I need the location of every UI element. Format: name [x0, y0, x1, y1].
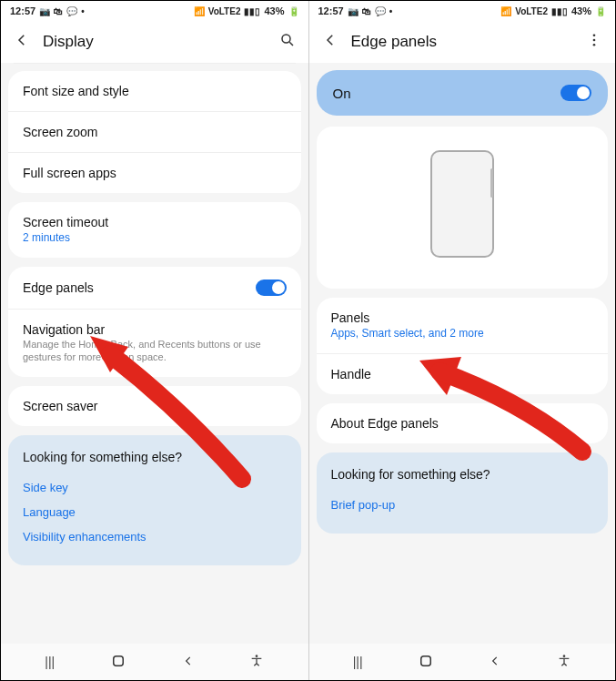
- svg-point-5: [593, 39, 596, 42]
- battery-icon: 🔋: [288, 6, 299, 16]
- looking-for-card: Looking for something else? Brief pop-up: [317, 452, 609, 534]
- label-screen-timeout: Screen timeout: [23, 215, 287, 229]
- wifi-icon: 📶: [500, 6, 511, 16]
- toggle-edge-panels[interactable]: [256, 280, 287, 296]
- right-screen: 12:57 📷 🛍 💬 • 📶 VoLTE2 ▮▮▯ 43% 🔋 Edge pa…: [308, 1, 616, 680]
- looking-for-title: Looking for something else?: [331, 467, 594, 482]
- sub-navigation-bar: Manage the Home, Back, and Recents butto…: [23, 339, 287, 364]
- row-panels[interactable]: Panels Apps, Smart select, and 2 more: [317, 298, 609, 354]
- label-font-size: Font size and style: [23, 84, 287, 98]
- svg-point-2: [256, 655, 258, 657]
- recents-button[interactable]: |||: [45, 655, 55, 669]
- svg-point-0: [282, 35, 290, 43]
- row-about[interactable]: About Edge panels: [317, 403, 609, 443]
- label-about: About Edge panels: [331, 416, 594, 431]
- label-edge-panels: Edge panels: [23, 280, 256, 295]
- status-time: 12:57: [318, 5, 344, 16]
- svg-point-8: [562, 655, 565, 657]
- looking-for-card: Looking for something else? Side key Lan…: [8, 435, 301, 565]
- looking-for-title: Looking for something else?: [23, 450, 287, 464]
- volte-icon: VoLTE2: [208, 6, 241, 16]
- battery-text: 43%: [571, 5, 591, 16]
- recents-button[interactable]: |||: [353, 655, 363, 669]
- accessibility-button[interactable]: [557, 654, 571, 671]
- phone-mock-icon: [430, 150, 494, 258]
- page-title: Edge panels: [351, 33, 572, 51]
- signal-icon: ▮▮▯: [244, 6, 260, 16]
- signal-icon: ▮▮▯: [551, 6, 568, 16]
- more-icon: •: [81, 6, 85, 16]
- nav-bar: |||: [1, 644, 308, 680]
- content-area: On Panels Apps, Smart select, and 2 more…: [309, 70, 616, 644]
- row-font-size[interactable]: Font size and style: [8, 71, 301, 112]
- link-side-key[interactable]: Side key: [23, 475, 287, 500]
- row-navigation-bar[interactable]: Navigation bar Manage the Home, Back, an…: [8, 310, 301, 377]
- row-fullscreen-apps[interactable]: Full screen apps: [8, 153, 301, 193]
- preview-area: [317, 127, 609, 289]
- home-button[interactable]: [418, 653, 434, 672]
- link-visibility[interactable]: Visibility enhancements: [23, 524, 287, 549]
- message-icon: 💬: [375, 6, 386, 16]
- label-handle: Handle: [331, 367, 594, 381]
- nav-bar: |||: [309, 644, 616, 680]
- row-on-toggle[interactable]: On: [317, 70, 609, 116]
- label-screen-saver: Screen saver: [23, 399, 287, 413]
- camera-icon: 📷: [348, 6, 358, 16]
- card-edge-nav: Edge panels Navigation bar Manage the Ho…: [8, 267, 301, 377]
- bag-icon: 🛍: [54, 6, 63, 16]
- label-fullscreen-apps: Full screen apps: [23, 166, 287, 180]
- nav-back-button[interactable]: [182, 655, 195, 670]
- row-handle[interactable]: Handle: [317, 354, 609, 394]
- label-navigation-bar: Navigation bar: [23, 322, 287, 337]
- home-button[interactable]: [110, 653, 126, 672]
- svg-rect-7: [421, 656, 431, 666]
- back-button[interactable]: [322, 32, 338, 52]
- camera-icon: 📷: [39, 6, 50, 16]
- left-screen: 12:57 📷 🛍 💬 • 📶 VoLTE2 ▮▮▯ 43% 🔋 Display…: [1, 1, 308, 680]
- more-icon: •: [389, 6, 393, 16]
- bag-icon: 🛍: [362, 6, 371, 16]
- battery-text: 43%: [264, 5, 284, 16]
- row-edge-panels[interactable]: Edge panels: [8, 267, 301, 310]
- row-screen-zoom[interactable]: Screen zoom: [8, 112, 301, 153]
- card-timeout: Screen timeout 2 minutes: [8, 202, 301, 258]
- wifi-icon: 📶: [194, 6, 205, 16]
- status-bar: 12:57 📷 🛍 💬 • 📶 VoLTE2 ▮▮▯ 43% 🔋: [1, 1, 308, 21]
- message-icon: 💬: [66, 6, 77, 16]
- card-display-1: Font size and style Screen zoom Full scr…: [8, 71, 301, 193]
- app-bar: Display: [1, 21, 308, 63]
- sub-screen-timeout: 2 minutes: [23, 231, 287, 245]
- nav-back-button[interactable]: [489, 655, 501, 670]
- sub-panels: Apps, Smart select, and 2 more: [331, 327, 594, 340]
- content-area: Font size and style Screen zoom Full scr…: [1, 71, 308, 644]
- app-bar: Edge panels: [309, 21, 616, 63]
- status-time: 12:57: [10, 5, 35, 16]
- card-screensaver: Screen saver: [8, 386, 301, 426]
- page-title: Display: [43, 33, 265, 51]
- back-button[interactable]: [14, 32, 30, 52]
- row-screen-saver[interactable]: Screen saver: [8, 386, 301, 426]
- label-on: On: [333, 86, 351, 101]
- label-screen-zoom: Screen zoom: [23, 125, 287, 139]
- row-screen-timeout[interactable]: Screen timeout 2 minutes: [8, 202, 301, 258]
- svg-point-4: [593, 34, 596, 36]
- search-button[interactable]: [278, 32, 296, 52]
- toggle-on[interactable]: [560, 85, 591, 101]
- more-button[interactable]: [584, 32, 602, 52]
- accessibility-button[interactable]: [249, 654, 264, 671]
- svg-rect-1: [114, 656, 124, 666]
- volte-icon: VoLTE2: [515, 6, 548, 16]
- card-about: About Edge panels: [317, 403, 609, 443]
- link-brief-popup[interactable]: Brief pop-up: [331, 493, 594, 517]
- link-language[interactable]: Language: [23, 500, 287, 524]
- label-panels: Panels: [331, 310, 594, 325]
- svg-point-6: [593, 44, 596, 46]
- card-preview: [317, 127, 609, 289]
- status-bar: 12:57 📷 🛍 💬 • 📶 VoLTE2 ▮▮▯ 43% 🔋: [309, 1, 616, 21]
- card-panels: Panels Apps, Smart select, and 2 more Ha…: [317, 298, 609, 394]
- battery-icon: 🔋: [595, 6, 606, 16]
